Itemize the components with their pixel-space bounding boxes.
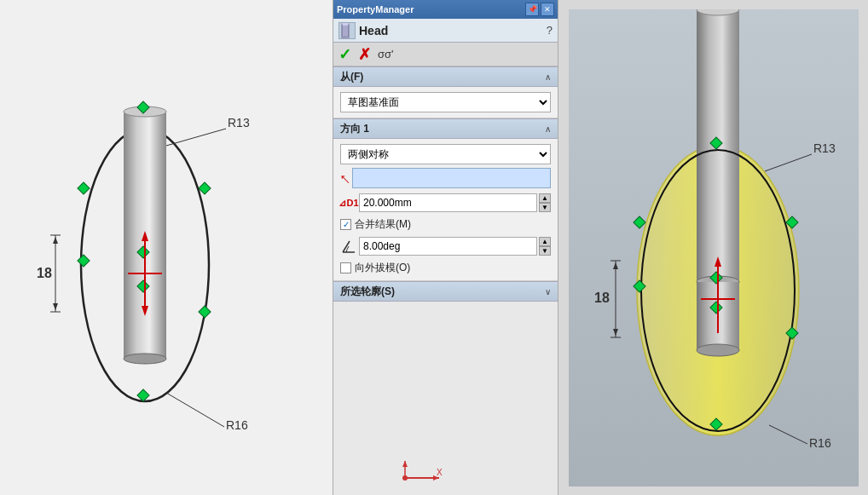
pm-feature-icon — [339, 22, 356, 39]
svg-text:X: X — [437, 468, 443, 477]
pm-draft-angle-spinner: ▲ ▼ — [539, 237, 551, 256]
axis-svg: X — [401, 457, 443, 482]
pm-direction1-type-dropdown[interactable]: 两侧对称 — [340, 144, 551, 164]
3d-view-panel: R13 R16 18 🐢 SolidWorks实用教程 — [558, 0, 868, 495]
pm-section-from-chevron: ∧ — [545, 72, 551, 82]
pm-section-from: 从(F) ∧ 草图基准面 — [333, 66, 558, 118]
pm-merge-result-label: 合并结果(M) — [355, 217, 411, 232]
pm-section-direction1-body: 两侧对称 ↑ ⊿D1 ▲ ▼ ✓ 合并结果(M) — [333, 139, 558, 281]
sketch-svg: R13 R16 18 — [13, 18, 320, 478]
pm-direction-input[interactable] — [352, 168, 551, 188]
pm-section-contours-header[interactable]: 所选轮廓(S) ∨ — [333, 281, 558, 302]
svg-text:R13: R13 — [813, 141, 836, 155]
svg-text:18: 18 — [37, 266, 52, 280]
pm-section-from-title: 从(F) — [340, 70, 363, 84]
pm-depth-input[interactable] — [359, 193, 537, 212]
pm-outward-draft-label: 向外拔模(O) — [355, 261, 410, 275]
pm-outward-draft-checkbox[interactable]: ✓ — [340, 262, 351, 273]
pm-cancel-button[interactable]: ✗ — [358, 45, 371, 64]
pm-depth-decrement[interactable]: ▼ — [539, 203, 551, 212]
pm-titlebar-text: PropertyManager — [337, 4, 414, 14]
pm-depth-d1-icon: ⊿D1 — [340, 198, 357, 209]
pm-help-button[interactable]: ? — [547, 24, 553, 37]
svg-text:18: 18 — [594, 291, 610, 305]
pm-depth-increment[interactable]: ▲ — [539, 193, 551, 203]
pm-draft-angle-row: ▲ ▼ — [340, 237, 551, 256]
pm-ok-button[interactable]: ✓ — [339, 45, 351, 64]
pm-direction-row: ↑ — [340, 168, 551, 188]
svg-rect-27 — [342, 24, 349, 37]
pm-depth-row: ⊿D1 ▲ ▼ — [340, 193, 551, 212]
pm-depth-spinner: ▲ ▼ — [539, 193, 551, 212]
pm-section-from-header[interactable]: 从(F) ∧ — [333, 66, 558, 87]
svg-point-4 — [124, 354, 166, 364]
pm-section-direction1-title: 方向 1 — [340, 122, 369, 136]
pm-section-direction1-header[interactable]: 方向 1 ∧ — [333, 118, 558, 139]
pm-section-from-body: 草图基准面 — [333, 87, 558, 118]
pm-header: Head ? — [333, 19, 558, 43]
pm-merge-result-row: ✓ 合并结果(M) — [340, 217, 551, 232]
sketch-view-panel: R13 R16 18 — [0, 0, 333, 495]
pm-close-button[interactable]: ✕ — [541, 3, 554, 16]
pm-titlebar: PropertyManager 📌 ✕ — [333, 0, 558, 19]
svg-point-38 — [697, 344, 739, 356]
3d-view-svg: R13 R16 18 — [569, 9, 859, 486]
pm-pin-button[interactable]: 📌 — [525, 3, 539, 16]
pm-section-direction1-chevron: ∧ — [545, 124, 551, 134]
pm-section-contours-chevron: ∨ — [545, 287, 551, 296]
svg-text:R16: R16 — [226, 418, 248, 432]
svg-text:R16: R16 — [809, 436, 831, 450]
pm-merge-result-checkbox[interactable]: ✓ — [340, 219, 351, 230]
pm-section-contours-title: 所选轮廓(S) — [340, 285, 395, 299]
pm-section-selected-contours: 所选轮廓(S) ∨ — [333, 281, 558, 302]
svg-marker-66 — [402, 461, 408, 467]
pm-outward-draft-row: ✓ 向外拔模(O) — [340, 261, 551, 275]
pm-toolbar: ✓ ✗ σσ' — [333, 43, 558, 66]
property-manager-panel: PropertyManager 📌 ✕ Head ? ✓ ✗ σσ' 从(F) … — [333, 0, 558, 495]
pm-section-direction1: 方向 1 ∧ 两侧对称 ↑ ⊿D1 ▲ ▼ — [333, 118, 558, 281]
pm-titlebar-icons: 📌 ✕ — [525, 3, 554, 16]
pm-reset-button[interactable]: σσ' — [378, 48, 394, 60]
pm-draft-increment[interactable]: ▲ — [539, 237, 551, 246]
pm-feature-title: Head — [359, 24, 543, 37]
pm-draft-angle-icon — [340, 238, 357, 255]
axis-indicator: X — [401, 457, 443, 482]
svg-text:R13: R13 — [228, 116, 250, 130]
pm-draft-angle-input[interactable] — [359, 237, 537, 256]
pm-from-dropdown[interactable]: 草图基准面 — [340, 92, 551, 112]
pm-draft-decrement[interactable]: ▼ — [539, 246, 551, 256]
